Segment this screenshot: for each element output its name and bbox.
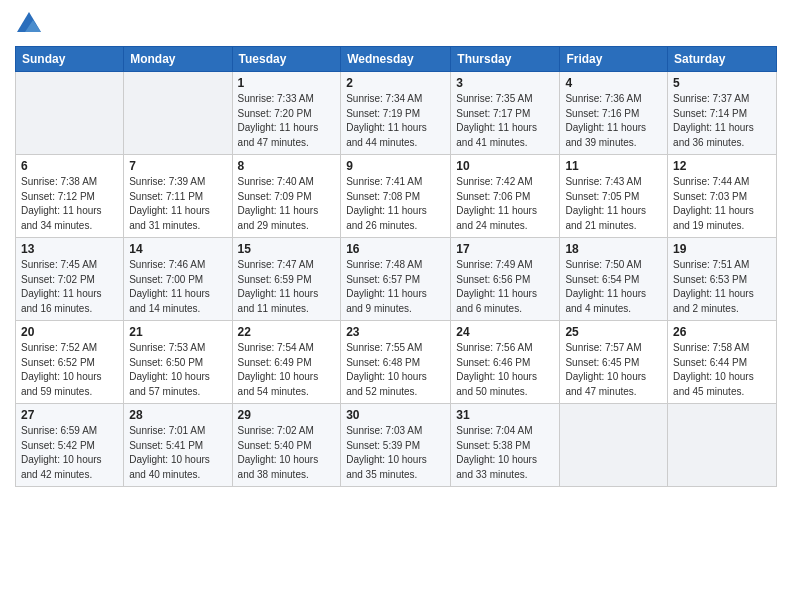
calendar-cell [668, 404, 777, 487]
day-number: 25 [565, 325, 662, 339]
day-info: Sunrise: 7:46 AM Sunset: 7:00 PM Dayligh… [129, 258, 226, 316]
calendar-cell: 16Sunrise: 7:48 AM Sunset: 6:57 PM Dayli… [341, 238, 451, 321]
calendar-cell: 3Sunrise: 7:35 AM Sunset: 7:17 PM Daylig… [451, 72, 560, 155]
day-number: 20 [21, 325, 118, 339]
calendar-cell [16, 72, 124, 155]
calendar-cell: 2Sunrise: 7:34 AM Sunset: 7:19 PM Daylig… [341, 72, 451, 155]
calendar-cell: 17Sunrise: 7:49 AM Sunset: 6:56 PM Dayli… [451, 238, 560, 321]
calendar-cell: 22Sunrise: 7:54 AM Sunset: 6:49 PM Dayli… [232, 321, 341, 404]
day-info: Sunrise: 7:04 AM Sunset: 5:38 PM Dayligh… [456, 424, 554, 482]
calendar-cell: 11Sunrise: 7:43 AM Sunset: 7:05 PM Dayli… [560, 155, 668, 238]
calendar-cell: 15Sunrise: 7:47 AM Sunset: 6:59 PM Dayli… [232, 238, 341, 321]
calendar-cell [560, 404, 668, 487]
week-row-4: 20Sunrise: 7:52 AM Sunset: 6:52 PM Dayli… [16, 321, 777, 404]
day-info: Sunrise: 7:42 AM Sunset: 7:06 PM Dayligh… [456, 175, 554, 233]
day-info: Sunrise: 7:41 AM Sunset: 7:08 PM Dayligh… [346, 175, 445, 233]
week-row-3: 13Sunrise: 7:45 AM Sunset: 7:02 PM Dayli… [16, 238, 777, 321]
day-info: Sunrise: 7:50 AM Sunset: 6:54 PM Dayligh… [565, 258, 662, 316]
day-info: Sunrise: 7:49 AM Sunset: 6:56 PM Dayligh… [456, 258, 554, 316]
week-row-2: 6Sunrise: 7:38 AM Sunset: 7:12 PM Daylig… [16, 155, 777, 238]
weekday-header-friday: Friday [560, 47, 668, 72]
day-info: Sunrise: 7:43 AM Sunset: 7:05 PM Dayligh… [565, 175, 662, 233]
day-info: Sunrise: 7:35 AM Sunset: 7:17 PM Dayligh… [456, 92, 554, 150]
calendar-cell: 9Sunrise: 7:41 AM Sunset: 7:08 PM Daylig… [341, 155, 451, 238]
calendar-cell: 30Sunrise: 7:03 AM Sunset: 5:39 PM Dayli… [341, 404, 451, 487]
day-number: 8 [238, 159, 336, 173]
calendar-cell [124, 72, 232, 155]
calendar-cell: 27Sunrise: 6:59 AM Sunset: 5:42 PM Dayli… [16, 404, 124, 487]
day-info: Sunrise: 7:45 AM Sunset: 7:02 PM Dayligh… [21, 258, 118, 316]
day-number: 12 [673, 159, 771, 173]
day-info: Sunrise: 7:34 AM Sunset: 7:19 PM Dayligh… [346, 92, 445, 150]
calendar-cell: 18Sunrise: 7:50 AM Sunset: 6:54 PM Dayli… [560, 238, 668, 321]
day-number: 30 [346, 408, 445, 422]
day-info: Sunrise: 7:53 AM Sunset: 6:50 PM Dayligh… [129, 341, 226, 399]
day-info: Sunrise: 7:51 AM Sunset: 6:53 PM Dayligh… [673, 258, 771, 316]
day-number: 26 [673, 325, 771, 339]
day-info: Sunrise: 6:59 AM Sunset: 5:42 PM Dayligh… [21, 424, 118, 482]
day-number: 16 [346, 242, 445, 256]
calendar-cell: 25Sunrise: 7:57 AM Sunset: 6:45 PM Dayli… [560, 321, 668, 404]
day-number: 1 [238, 76, 336, 90]
day-number: 2 [346, 76, 445, 90]
day-info: Sunrise: 7:37 AM Sunset: 7:14 PM Dayligh… [673, 92, 771, 150]
calendar-cell: 4Sunrise: 7:36 AM Sunset: 7:16 PM Daylig… [560, 72, 668, 155]
day-number: 9 [346, 159, 445, 173]
day-info: Sunrise: 7:54 AM Sunset: 6:49 PM Dayligh… [238, 341, 336, 399]
day-info: Sunrise: 7:01 AM Sunset: 5:41 PM Dayligh… [129, 424, 226, 482]
day-number: 10 [456, 159, 554, 173]
calendar-cell: 12Sunrise: 7:44 AM Sunset: 7:03 PM Dayli… [668, 155, 777, 238]
week-row-5: 27Sunrise: 6:59 AM Sunset: 5:42 PM Dayli… [16, 404, 777, 487]
logo [15, 10, 47, 38]
day-number: 3 [456, 76, 554, 90]
day-info: Sunrise: 7:36 AM Sunset: 7:16 PM Dayligh… [565, 92, 662, 150]
day-number: 18 [565, 242, 662, 256]
day-info: Sunrise: 7:02 AM Sunset: 5:40 PM Dayligh… [238, 424, 336, 482]
weekday-header-sunday: Sunday [16, 47, 124, 72]
day-info: Sunrise: 7:33 AM Sunset: 7:20 PM Dayligh… [238, 92, 336, 150]
calendar-cell: 1Sunrise: 7:33 AM Sunset: 7:20 PM Daylig… [232, 72, 341, 155]
calendar-cell: 10Sunrise: 7:42 AM Sunset: 7:06 PM Dayli… [451, 155, 560, 238]
calendar-cell: 26Sunrise: 7:58 AM Sunset: 6:44 PM Dayli… [668, 321, 777, 404]
day-info: Sunrise: 7:56 AM Sunset: 6:46 PM Dayligh… [456, 341, 554, 399]
calendar-cell: 5Sunrise: 7:37 AM Sunset: 7:14 PM Daylig… [668, 72, 777, 155]
week-row-1: 1Sunrise: 7:33 AM Sunset: 7:20 PM Daylig… [16, 72, 777, 155]
day-info: Sunrise: 7:52 AM Sunset: 6:52 PM Dayligh… [21, 341, 118, 399]
day-number: 7 [129, 159, 226, 173]
day-number: 4 [565, 76, 662, 90]
calendar-cell: 8Sunrise: 7:40 AM Sunset: 7:09 PM Daylig… [232, 155, 341, 238]
day-number: 19 [673, 242, 771, 256]
calendar-table: SundayMondayTuesdayWednesdayThursdayFrid… [15, 46, 777, 487]
calendar-cell: 28Sunrise: 7:01 AM Sunset: 5:41 PM Dayli… [124, 404, 232, 487]
day-number: 24 [456, 325, 554, 339]
calendar-cell: 21Sunrise: 7:53 AM Sunset: 6:50 PM Dayli… [124, 321, 232, 404]
day-info: Sunrise: 7:48 AM Sunset: 6:57 PM Dayligh… [346, 258, 445, 316]
weekday-header-tuesday: Tuesday [232, 47, 341, 72]
day-number: 6 [21, 159, 118, 173]
weekday-header-thursday: Thursday [451, 47, 560, 72]
day-info: Sunrise: 7:38 AM Sunset: 7:12 PM Dayligh… [21, 175, 118, 233]
day-number: 17 [456, 242, 554, 256]
day-number: 14 [129, 242, 226, 256]
calendar-cell: 23Sunrise: 7:55 AM Sunset: 6:48 PM Dayli… [341, 321, 451, 404]
weekday-header-wednesday: Wednesday [341, 47, 451, 72]
day-number: 11 [565, 159, 662, 173]
day-number: 22 [238, 325, 336, 339]
calendar-cell: 20Sunrise: 7:52 AM Sunset: 6:52 PM Dayli… [16, 321, 124, 404]
header [15, 10, 777, 38]
day-info: Sunrise: 7:58 AM Sunset: 6:44 PM Dayligh… [673, 341, 771, 399]
day-number: 27 [21, 408, 118, 422]
weekday-header-saturday: Saturday [668, 47, 777, 72]
day-number: 5 [673, 76, 771, 90]
weekday-header-monday: Monday [124, 47, 232, 72]
day-info: Sunrise: 7:57 AM Sunset: 6:45 PM Dayligh… [565, 341, 662, 399]
day-info: Sunrise: 7:55 AM Sunset: 6:48 PM Dayligh… [346, 341, 445, 399]
day-info: Sunrise: 7:40 AM Sunset: 7:09 PM Dayligh… [238, 175, 336, 233]
calendar-cell: 7Sunrise: 7:39 AM Sunset: 7:11 PM Daylig… [124, 155, 232, 238]
day-info: Sunrise: 7:39 AM Sunset: 7:11 PM Dayligh… [129, 175, 226, 233]
weekday-header-row: SundayMondayTuesdayWednesdayThursdayFrid… [16, 47, 777, 72]
day-info: Sunrise: 7:47 AM Sunset: 6:59 PM Dayligh… [238, 258, 336, 316]
day-number: 28 [129, 408, 226, 422]
logo-icon [15, 10, 43, 38]
calendar-cell: 13Sunrise: 7:45 AM Sunset: 7:02 PM Dayli… [16, 238, 124, 321]
